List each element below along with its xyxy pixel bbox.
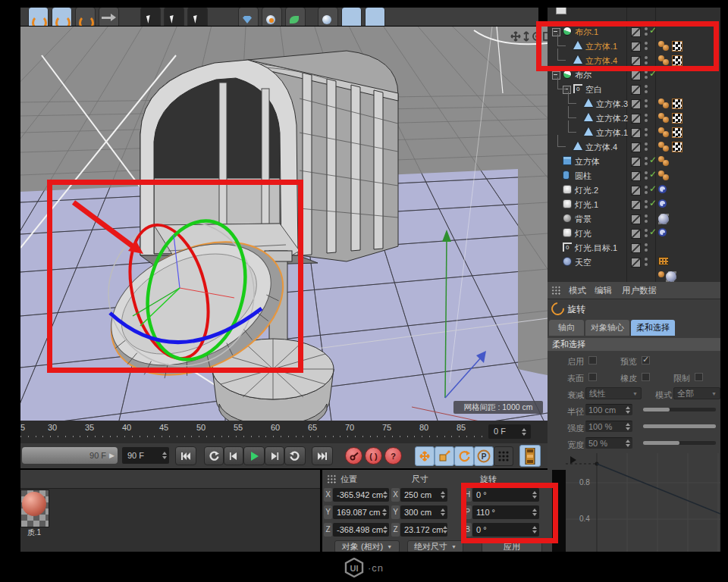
object-name[interactable]: 背景	[575, 214, 592, 225]
tree-row[interactable]: 0灯光.目标.1	[548, 240, 720, 255]
stepper-icon[interactable]	[383, 491, 388, 499]
visibility-dots-icon[interactable]	[645, 229, 648, 237]
material-name[interactable]: 质.1	[20, 527, 48, 538]
stepper-icon[interactable]	[626, 406, 630, 414]
texture-tag-icon[interactable]	[672, 127, 682, 138]
deformer-icon[interactable]	[318, 8, 338, 26]
timeline-ruler[interactable]: 5 30354045505560657075808590 0 F	[20, 421, 548, 443]
end-frame-input[interactable]: 90 F	[122, 447, 169, 464]
size-z-input[interactable]: 23.172 cm	[400, 523, 447, 537]
environment-icon[interactable]	[341, 8, 362, 26]
tree-row[interactable]: 天空	[548, 255, 720, 269]
section-soft-selection[interactable]: 柔和选择	[548, 338, 720, 351]
visibility-dots-icon[interactable]	[645, 85, 648, 93]
size-x-input[interactable]: 250 cm	[400, 488, 447, 502]
radius-slider[interactable]	[643, 408, 716, 411]
object-name[interactable]: 灯光.1	[575, 199, 598, 211]
visibility-dots-icon[interactable]	[645, 114, 648, 122]
select-rect-icon[interactable]	[164, 8, 184, 26]
layer-toggle-icon[interactable]	[631, 99, 641, 109]
position-y-input[interactable]: 169.087 cm	[333, 505, 389, 519]
surface-checkbox[interactable]	[588, 373, 597, 381]
object-name[interactable]: 立方体.1	[596, 127, 628, 139]
visibility-dots-icon[interactable]	[645, 70, 648, 79]
layer-toggle-icon[interactable]	[631, 70, 641, 80]
width-input[interactable]: 50 %	[585, 437, 632, 449]
loop-back-button[interactable]	[204, 446, 224, 465]
autokey-button[interactable]: ( )	[365, 447, 382, 465]
panel-grid-icon[interactable]	[551, 286, 561, 295]
tree-row[interactable]: 立方体✓	[548, 154, 720, 168]
keyframe-help-button[interactable]: ?	[384, 447, 402, 465]
arrow-tool-icon[interactable]	[99, 8, 119, 26]
enabled-check-icon[interactable]: ✓	[649, 155, 657, 165]
record-scale-toggle[interactable]	[435, 446, 454, 466]
preview-checkbox[interactable]	[642, 356, 650, 365]
record-rotation-toggle[interactable]	[454, 446, 474, 466]
rubber-checkbox[interactable]	[642, 373, 650, 381]
target-tag-icon[interactable]	[658, 228, 667, 236]
stepper-icon[interactable]	[382, 508, 387, 516]
layer-toggle-icon[interactable]	[631, 229, 641, 239]
object-name[interactable]: 圆柱	[575, 171, 592, 182]
goto-end-button[interactable]	[312, 446, 333, 465]
size-y-input[interactable]: 300 cm	[400, 505, 447, 519]
redo-icon[interactable]	[52, 8, 72, 26]
falloff-curve-graph[interactable]: 0.8 0.4	[566, 453, 720, 552]
menu-edit[interactable]: 编辑	[595, 285, 612, 296]
layer-toggle-icon[interactable]	[631, 128, 641, 138]
record-pla-toggle[interactable]	[494, 446, 513, 466]
panel-grid-icon[interactable]	[327, 474, 337, 483]
material-thumbnail[interactable]	[20, 490, 49, 527]
pen-spline-icon[interactable]	[262, 8, 282, 26]
object-name[interactable]: 灯光.2	[575, 185, 598, 196]
visibility-dots-icon[interactable]	[645, 200, 648, 208]
radius-input[interactable]: 100 cm	[585, 404, 632, 415]
object-name[interactable]: 灯光	[575, 228, 592, 239]
stepper-icon[interactable]	[626, 423, 630, 430]
tree-row[interactable]: 灯光.2✓	[548, 183, 720, 197]
select-lasso-icon[interactable]	[187, 8, 208, 26]
curve-marker-icon[interactable]	[570, 456, 576, 464]
object-name[interactable]: 立方体.3	[596, 99, 628, 110]
history-icon[interactable]	[75, 8, 96, 26]
goto-start-button[interactable]	[175, 446, 196, 465]
target-tag-icon[interactable]	[658, 199, 667, 208]
object-name[interactable]: 立方体.4	[585, 142, 617, 153]
limit-checkbox[interactable]	[695, 373, 703, 381]
play-button[interactable]	[243, 446, 265, 465]
object-name[interactable]: 布尔	[575, 70, 592, 81]
visibility-dots-icon[interactable]	[645, 128, 648, 136]
falloff-dropdown[interactable]: 线性▼	[585, 387, 642, 399]
current-frame-input[interactable]: 0 F	[488, 424, 531, 439]
tree-row[interactable]: 立方体.1	[548, 125, 720, 139]
menu-mode[interactable]: 模式	[569, 285, 586, 296]
layer-toggle-icon[interactable]	[631, 200, 641, 210]
object-name[interactable]: 天空	[575, 257, 592, 268]
tree-row[interactable]: 圆柱✓	[548, 168, 720, 183]
object-name[interactable]: 灯光.目标.1	[575, 242, 617, 254]
texture-tag-icon[interactable]	[672, 99, 682, 109]
timeline-window-button[interactable]	[519, 445, 541, 467]
tree-row[interactable]: 灯光✓	[548, 226, 720, 240]
stepper-icon[interactable]	[441, 491, 445, 499]
target-tag-icon[interactable]	[658, 185, 667, 193]
loop-forward-button[interactable]	[284, 446, 306, 465]
layer-toggle-icon[interactable]	[631, 258, 641, 268]
record-position-toggle[interactable]	[415, 446, 435, 466]
visibility-dots-icon[interactable]	[645, 243, 648, 252]
stepper-icon[interactable]	[626, 440, 630, 447]
object-name[interactable]: 立方体	[575, 156, 600, 167]
object-name[interactable]: 空白	[585, 84, 602, 95]
width-slider[interactable]	[643, 441, 716, 445]
tab-object-axis[interactable]: 对象轴心	[585, 320, 629, 336]
material-tag-icon[interactable]	[658, 214, 669, 224]
visibility-dots-icon[interactable]	[645, 142, 648, 151]
layer-toggle-icon[interactable]	[631, 171, 641, 181]
select-live-icon[interactable]	[140, 8, 161, 26]
stepper-icon[interactable]	[383, 526, 388, 534]
visibility-dots-icon[interactable]	[645, 157, 648, 165]
layer-toggle-icon[interactable]	[631, 157, 641, 167]
texture-tag-icon[interactable]	[672, 142, 682, 152]
frame-range-slider[interactable]: 90 F▶	[22, 447, 118, 464]
